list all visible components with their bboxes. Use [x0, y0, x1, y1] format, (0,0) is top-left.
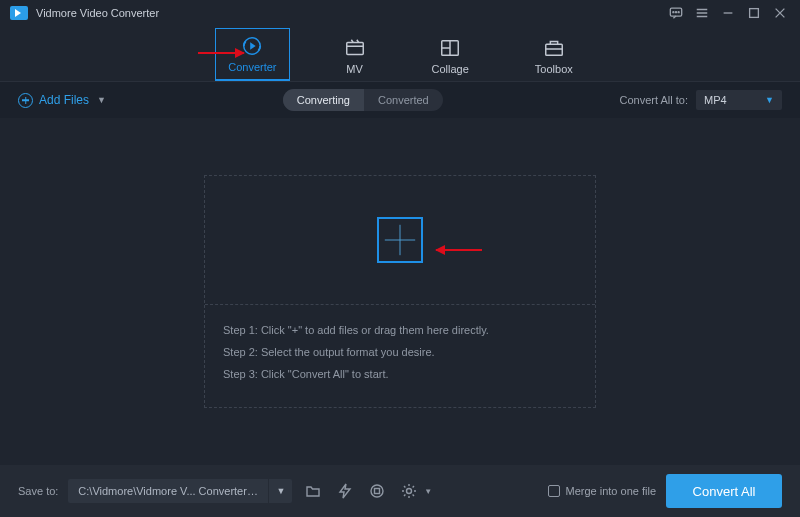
dropzone[interactable]: Step 1: Click "+" to add files or drag t…: [204, 175, 596, 408]
app-title: Vidmore Video Converter: [36, 7, 159, 19]
chevron-down-icon[interactable]: ▼: [424, 487, 432, 496]
format-select[interactable]: MP4 ▼: [696, 90, 782, 110]
merge-label: Merge into one file: [566, 485, 657, 497]
save-path-box: C:\Vidmore\Vidmore V... Converter\Conver…: [68, 479, 292, 503]
instructions: Step 1: Click "+" to add files or drag t…: [205, 305, 595, 407]
tab-label: Toolbox: [535, 63, 573, 75]
tab-toolbox[interactable]: Toolbox: [523, 31, 585, 81]
toolbox-icon: [543, 37, 565, 59]
collage-icon: [439, 37, 461, 59]
save-path[interactable]: C:\Vidmore\Vidmore V... Converter\Conver…: [68, 485, 268, 497]
step-3: Step 3: Click "Convert All" to start.: [223, 363, 577, 385]
maximize-button[interactable]: [744, 3, 764, 23]
chevron-down-icon: ▼: [97, 95, 106, 105]
tab-label: Collage: [432, 63, 469, 75]
convert-all-button[interactable]: Convert All: [666, 474, 782, 508]
tab-converted[interactable]: Converted: [364, 89, 443, 111]
svg-point-11: [407, 489, 412, 494]
toolbar: Add Files ▼ Converting Converted Convert…: [0, 82, 800, 118]
add-file-box[interactable]: [377, 217, 423, 263]
feedback-icon[interactable]: [666, 3, 686, 23]
settings-icon[interactable]: [398, 480, 420, 502]
plus-icon: [381, 221, 419, 259]
merge-checkbox[interactable]: Merge into one file: [548, 485, 657, 497]
add-files-label: Add Files: [39, 93, 89, 107]
svg-point-3: [678, 12, 679, 13]
annotation-arrow: [198, 52, 244, 54]
app-logo-icon: [10, 6, 28, 20]
tab-converter[interactable]: Converter: [215, 28, 289, 81]
save-to-label: Save to:: [18, 485, 58, 497]
svg-rect-6: [346, 43, 363, 55]
tab-label: Converter: [228, 61, 276, 73]
step-1: Step 1: Click "+" to add files or drag t…: [223, 319, 577, 341]
high-speed-icon[interactable]: [366, 480, 388, 502]
titlebar: Vidmore Video Converter: [0, 0, 800, 26]
annotation-arrow: [436, 249, 482, 251]
bottombar: Save to: C:\Vidmore\Vidmore V... Convert…: [0, 465, 800, 517]
main-area: Step 1: Click "+" to add files or drag t…: [0, 118, 800, 465]
tab-mv[interactable]: MV: [332, 31, 378, 81]
svg-point-2: [675, 12, 676, 13]
checkbox-icon: [548, 485, 560, 497]
svg-rect-4: [750, 9, 759, 18]
open-folder-icon[interactable]: [302, 480, 324, 502]
save-path-dropdown[interactable]: ▼: [268, 479, 292, 503]
svg-point-9: [371, 485, 383, 497]
svg-rect-10: [375, 489, 380, 494]
add-files-button[interactable]: Add Files ▼: [18, 93, 106, 108]
step-2: Step 2: Select the output format you des…: [223, 341, 577, 363]
close-button[interactable]: [770, 3, 790, 23]
tab-label: MV: [346, 63, 363, 75]
svg-rect-8: [546, 44, 563, 55]
hardware-accel-icon[interactable]: [334, 480, 356, 502]
chevron-down-icon: ▼: [765, 95, 774, 105]
mv-icon: [344, 37, 366, 59]
minimize-button[interactable]: [718, 3, 738, 23]
convert-all-to: Convert All to: MP4 ▼: [620, 90, 782, 110]
menu-icon[interactable]: [692, 3, 712, 23]
svg-point-1: [673, 12, 674, 13]
convert-all-to-label: Convert All to:: [620, 94, 688, 106]
main-nav: Converter MV Collage Toolbox: [0, 26, 800, 82]
format-selected-value: MP4: [704, 94, 727, 106]
status-tabs: Converting Converted: [283, 89, 443, 111]
tab-collage[interactable]: Collage: [420, 31, 481, 81]
dropzone-upper: [205, 176, 595, 304]
plus-circle-icon: [18, 93, 33, 108]
tab-converting[interactable]: Converting: [283, 89, 364, 111]
